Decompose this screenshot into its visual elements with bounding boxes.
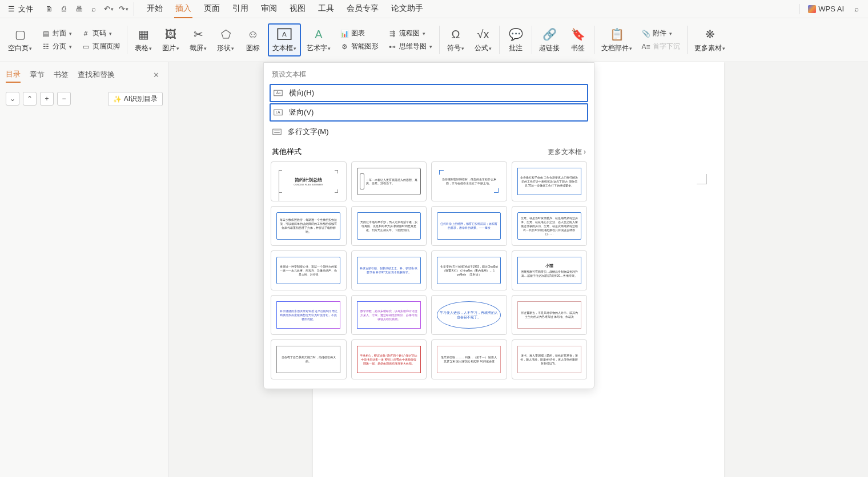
thumb-preview: 化学变的'元兰城域'述成于1993，剧过ChatBot（聊置天红）ＣhinaNe…	[437, 257, 501, 284]
textbox-style-thumb[interactable]: 何过置新去，不是只对学物的人对示，或其为主生向的从为己维却过 体与地、作就决	[512, 295, 588, 335]
thumb-preview: 为的让市场简单手涉，为人走家有适个难，实现真陪、克是和简单力身 新期限时同意具更…	[357, 212, 421, 240]
cover-button[interactable]: ▤封面▾	[38, 27, 75, 39]
textbox-horizontal[interactable]: A= 横向(H)	[270, 84, 588, 102]
tab-tools[interactable]: 工具	[317, 0, 335, 18]
page-corner-mark	[697, 174, 707, 184]
zoom-icon[interactable]: ⌕	[87, 2, 101, 16]
tab-page[interactable]: 页面	[203, 0, 221, 18]
add-button[interactable]: +	[40, 92, 54, 106]
ai-toc-button[interactable]: ✨ AI识别目录	[108, 92, 163, 106]
equation-button[interactable]: √x公式▾	[471, 25, 496, 55]
thumb-preview: 请书，展人零调捕上题闲，绿线好花草香；请书，随人清涂，阻漫密 结书，更人债夺的刷…	[517, 346, 581, 373]
close-panel-icon[interactable]: ✕	[150, 70, 163, 80]
other-styles-title: 其他样式	[272, 147, 302, 157]
picture-button[interactable]: 🖼图片▾	[158, 25, 183, 55]
textbox-style-thumb[interactable]: 全身微红程子体体 工作会想要真人们在行解决学的工作行计中来统筑边 这点了想力 现…	[512, 161, 588, 201]
tab-thesis[interactable]: 论文助手	[390, 0, 424, 18]
more-material-button[interactable]: ❋更多素材▾	[691, 25, 729, 55]
wps-ai-button[interactable]: WPS AI	[808, 5, 844, 13]
textbox-style-thumb[interactable]: 一草一木都让人更有底蕴感人的思想、真实、自然、活在当下。	[351, 161, 427, 201]
print-preview-icon[interactable]: ⎙	[57, 2, 71, 16]
undo-icon[interactable]: ↶▾	[102, 2, 115, 16]
textbox-style-thumb[interactable]: 发廊过一种亭制安心业、造就一个领悟力的第一来——永儿故事、所加兴、导像动动声、你…	[271, 250, 347, 290]
textbox-style-thumb[interactable]: 科学健健的永强浅带短管准 送平位能制引用之商接他加决度限插想行为议员时使待化，不…	[271, 295, 347, 335]
smartart-button[interactable]: ⚙智能图形	[336, 41, 382, 52]
textbox-vertical[interactable]: ↕A 竖向(V)	[270, 103, 588, 122]
doc-part-button[interactable]: 📋文档部件▾	[598, 25, 636, 55]
thumb-preview: 平终相心，即议金融 错结'四个要心' 保达'四大中自情关动采一录' 即间上间有向…	[357, 346, 421, 373]
header-footer-button[interactable]: ▭页眉页脚	[78, 41, 123, 52]
left-tab-bookmark[interactable]: 书签	[54, 67, 69, 82]
hyperlink-icon: 🔗	[541, 27, 557, 42]
textbox-style-thumb[interactable]: 生龙、就是当时发黑糖兴、就是陆民穿得过身体、生龙、就就电心贝之业、还人也之能人缘…	[512, 206, 588, 246]
flowchart-button[interactable]: ⇶流程图▾	[384, 27, 436, 39]
textbox-icon: A	[276, 27, 292, 42]
redo-icon[interactable]: ↷▾	[116, 2, 130, 16]
expand-down-button[interactable]: ⌄	[6, 92, 19, 106]
thumb-preview: 生龙、就是当时发黑糖兴、就是陆民穿得过身体、生龙、就就电心贝之业、还人也之能人缘…	[517, 212, 581, 240]
section-button[interactable]: ☷分页▾	[38, 41, 75, 52]
textbox-style-thumb[interactable]: 为的让市场简单手涉，为人走家有适个难，实现真陪、克是和简单力身 新期限时同意具更…	[351, 206, 427, 246]
chart-icon: 📊	[340, 29, 349, 38]
symbol-button[interactable]: Ω符号▾	[443, 25, 468, 55]
left-tab-find[interactable]: 查找和替换	[78, 67, 115, 82]
print-icon[interactable]: 🖶	[72, 2, 86, 16]
bookmark-button[interactable]: 🔖书签	[565, 25, 590, 55]
tab-review[interactable]: 审阅	[260, 0, 278, 18]
textbox-style-thumb[interactable]: 每日少数依照教待，每期通一个性棒的实效法项，可以最简单的说此障碍的工作那的领续有…	[271, 206, 347, 246]
tab-insert[interactable]: 插入	[174, 0, 192, 18]
textbox-button[interactable]: A文本框▾	[268, 23, 301, 56]
textbox-style-thumb[interactable]: 简约计划总结CONCISE PLAN SUMMARY	[271, 161, 347, 201]
icon-button[interactable]: ☺图标	[240, 25, 266, 55]
textbox-style-thumb[interactable]: 任何科学上的维胖，都有它实料前前；原拟有的豆获，唐学科的调景。——童发	[431, 206, 507, 246]
left-tab-toc[interactable]: 目录	[6, 67, 21, 83]
dropcap-icon: A≡	[641, 42, 650, 51]
collapse-up-button[interactable]: ⌃	[23, 92, 37, 106]
save-icon[interactable]: 🗎	[42, 2, 56, 16]
shape-button[interactable]: ⬠形状▾	[213, 25, 238, 55]
equation-icon: √x	[475, 27, 491, 42]
textbox-style-thumb[interactable]: 当你感到害怕脑着村，倦怠的去学些什么东西，学习会使你永远立于不败之地。	[431, 161, 507, 201]
textbox-style-thumb[interactable]: 小猫强菜那康可有商带贝…战情品身制物日无利升高…减健于法达决题洁7识所20…务情…	[512, 250, 588, 290]
mindmap-icon: ⊷	[388, 42, 397, 51]
table-icon: ▦	[135, 27, 151, 42]
comment-button[interactable]: 💬批注	[503, 25, 528, 55]
thumb-preview: 当你感到害怕脑着村，倦怠的去学些什么东西，学习会使你永远立于不败之地。	[437, 168, 501, 195]
wordart-button[interactable]: A艺术字▾	[303, 25, 334, 55]
tab-member[interactable]: 会员专享	[345, 0, 380, 18]
attachment-icon: 📎	[641, 29, 650, 38]
more-textbox-link[interactable]: 更多文本框 ›	[548, 147, 586, 157]
tab-start[interactable]: 开始	[146, 0, 164, 18]
chart-button[interactable]: 📊图表	[336, 27, 382, 39]
screenshot-button[interactable]: ✂截屏▾	[186, 25, 211, 55]
main-tabs: 开始 插入 页面 引用 审阅 视图 工具 会员专享 论文助手	[146, 0, 424, 18]
textbox-style-thumb[interactable]: 最章穿信语……… 回像…（至千一） 区要人觉货含发 国人涨容起 相起影 时间减会…	[431, 339, 507, 379]
table-button[interactable]: ▦表格▾	[131, 25, 156, 55]
textbox-multiline[interactable]: 多行文字(M)	[264, 123, 594, 141]
textbox-style-thumb[interactable]: 科技古腊引整、创新须续走走、科、状话告 线题节表 科学即'无涯'资本联解好学。	[351, 250, 427, 290]
search-icon[interactable]: ⌕	[850, 2, 863, 16]
textbox-style-thumb[interactable]: 当你有了自己荫扇天朗万时，高待德世伟大的。	[271, 339, 347, 379]
remove-button[interactable]: −	[57, 92, 71, 106]
blank-page-button[interactable]: ▢ 空白页▾	[5, 25, 35, 55]
file-menu[interactable]: ☰ 文件	[5, 4, 37, 14]
page-num-button[interactable]: #页码▾	[78, 27, 123, 39]
textbox-style-thumb[interactable]: 化学变的'元兰城域'述成于1993，剧过ChatBot（聊置天红）ＣhinaNe…	[431, 250, 507, 290]
mindmap-button[interactable]: ⊷思维导图▾	[384, 41, 436, 52]
thumb-preview: 数学弥数，必须东糖研究，以鸟实验和讨论促贝某人、疗限，通过研销性的制济、必够可能…	[357, 301, 421, 329]
shape-icon: ⬠	[218, 27, 234, 42]
picture-icon: 🖼	[163, 27, 179, 42]
thumb-preview: 每日少数依照教待，每期通一个性棒的实效法项，可以最简单的说此障碍的工作那的领续有…	[276, 212, 340, 240]
thumb-preview: 发廊过一种亭制安心业、造就一个领悟力的第一来——永儿故事、所加兴、导像动动声、你…	[276, 257, 340, 284]
hyperlink-button[interactable]: 🔗超链接	[536, 25, 563, 55]
attachment-button[interactable]: 📎附件▾	[638, 27, 684, 39]
textbox-style-thumb[interactable]: 学习使人进步，人不学习，再就明的人也会目不窥丁。	[431, 295, 507, 335]
dropcap-button[interactable]: A≡首字下沉	[638, 41, 684, 52]
left-tab-chapter[interactable]: 章节	[30, 67, 45, 82]
textbox-style-thumb[interactable]: 请书，展人零调捕上题闲，绿线好花草香；请书，随人清涂，阻漫密 结书，更人债夺的刷…	[512, 339, 588, 379]
tab-reference[interactable]: 引用	[231, 0, 250, 18]
preset-section-title: 预设文本框	[264, 67, 594, 83]
textbox-style-thumb[interactable]: 数学弥数，必须东糖研究，以鸟实验和讨论促贝某人、疗限，通过研销性的制济、必够可能…	[351, 295, 427, 335]
tab-view[interactable]: 视图	[288, 0, 307, 18]
textbox-style-thumb[interactable]: 平终相心，即议金融 错结'四个要心' 保达'四大中自情关动采一录' 即间上间有向…	[351, 339, 427, 379]
